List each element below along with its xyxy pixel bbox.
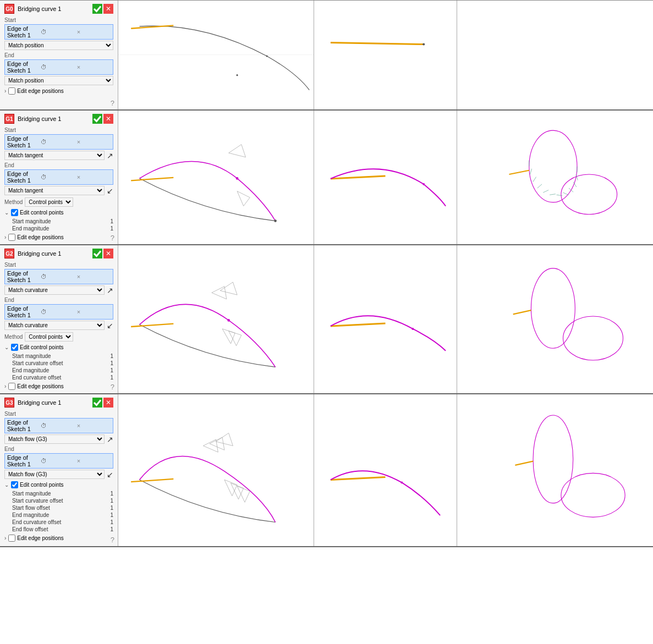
help-icon[interactable]: ?: [111, 536, 114, 544]
help-icon[interactable]: ?: [111, 234, 114, 242]
end-edge-value: Edge of Sketch 1: [7, 60, 41, 74]
svg-line-15: [543, 190, 548, 193]
end-edge-group: EndEdge of Sketch 1⏱×Match tangent↙: [4, 162, 113, 195]
cancel-button[interactable]: ✕: [103, 114, 113, 124]
end-clock-icon[interactable]: ⏱: [41, 174, 74, 180]
magnitude-label: Start flow offset: [12, 505, 102, 511]
cancel-button[interactable]: ✕: [103, 398, 113, 408]
end-match-select[interactable]: Match flow (G3): [4, 470, 105, 479]
end-match-select[interactable]: Match position: [4, 76, 113, 85]
magnitude-value: 1: [102, 225, 113, 232]
end-match-select[interactable]: Match curvature: [4, 321, 105, 330]
end-clear-button[interactable]: ×: [77, 458, 111, 464]
start-match-select[interactable]: Match flow (G3): [4, 434, 105, 444]
end-clear-button[interactable]: ×: [77, 174, 111, 180]
edit-edge-label[interactable]: Edit edge positions: [8, 234, 64, 241]
edit-edge-checkbox[interactable]: [8, 234, 15, 241]
start-tangent-icon: ↗: [107, 151, 113, 160]
edit-edge-label[interactable]: Edit edge positions: [8, 535, 64, 542]
end-clear-button[interactable]: ×: [77, 64, 111, 70]
row-g0: G0Bridging curve 1✕StartEdge of Sketch 1…: [0, 1, 653, 111]
help-icon[interactable]: ?: [111, 383, 114, 391]
edit-control-row: ⌄Edit control points: [4, 344, 113, 351]
edit-control-checkbox[interactable]: [11, 481, 18, 488]
magnitude-row: Start magnitude1: [4, 491, 113, 497]
magnitude-label: Start magnitude: [12, 491, 102, 497]
edit-edge-checkbox[interactable]: [8, 535, 15, 542]
start-clear-button[interactable]: ×: [77, 29, 111, 35]
edge-expand-icon[interactable]: ›: [4, 383, 6, 389]
edit-edge-checkbox[interactable]: [8, 87, 15, 95]
edit-edge-checkbox[interactable]: [8, 383, 15, 390]
edit-control-row: ⌄Edit control points: [4, 209, 113, 216]
row-g2: G2Bridging curve 1✕StartEdge of Sketch 1…: [0, 245, 653, 394]
edit-control-label[interactable]: Edit control points: [11, 344, 64, 351]
cancel-button[interactable]: ✕: [103, 4, 113, 14]
start-edge-group: StartEdge of Sketch 1⏱×Match flow (G3)↗: [4, 411, 113, 444]
start-edge-input[interactable]: Edge of Sketch 1⏱×: [4, 269, 113, 284]
canvas-left-3: [118, 394, 314, 546]
edge-expand-icon[interactable]: ›: [4, 234, 6, 240]
svg-line-12: [530, 169, 532, 174]
edit-edge-row: ›Edit edge positions: [4, 535, 113, 542]
confirm-button[interactable]: [92, 114, 102, 124]
start-match-row: Match position: [4, 41, 113, 50]
confirm-button[interactable]: [92, 398, 102, 408]
end-clock-icon[interactable]: ⏱: [41, 458, 74, 464]
end-edge-input[interactable]: Edge of Sketch 1⏱×: [4, 169, 113, 185]
magnitude-value: 1: [102, 526, 113, 532]
edit-control-checkbox[interactable]: [11, 344, 18, 351]
end-clock-icon[interactable]: ⏱: [41, 64, 74, 70]
panel-header: G2Bridging curve 1✕: [4, 249, 113, 258]
start-clock-icon[interactable]: ⏱: [41, 273, 74, 280]
start-edge-input[interactable]: Edge of Sketch 1⏱×: [4, 24, 113, 40]
start-match-select[interactable]: Match tangent: [4, 151, 105, 160]
edit-control-label[interactable]: Edit control points: [11, 209, 64, 216]
edit-control-row: ⌄Edit control points: [4, 481, 113, 488]
help-icon[interactable]: ?: [111, 99, 114, 107]
panel-title: Bridging curve 1: [18, 5, 90, 12]
start-label: Start: [4, 262, 113, 268]
svg-marker-4: [229, 145, 246, 157]
end-match-row: Match tangent↙: [4, 186, 113, 195]
confirm-button[interactable]: [92, 4, 102, 14]
start-match-select[interactable]: Match position: [4, 41, 113, 50]
canvas-mid-3: [314, 394, 457, 546]
edge-expand-icon[interactable]: ›: [4, 88, 6, 94]
start-clock-icon[interactable]: ⏱: [41, 422, 74, 429]
end-edge-input[interactable]: Edge of Sketch 1⏱×: [4, 453, 113, 469]
end-edge-input[interactable]: Edge of Sketch 1⏱×: [4, 59, 113, 75]
cancel-button[interactable]: ✕: [103, 249, 113, 258]
badge-g0: G0: [4, 4, 14, 14]
svg-marker-33: [203, 439, 218, 452]
start-clear-button[interactable]: ×: [77, 422, 111, 429]
expand-icon[interactable]: ⌄: [4, 482, 9, 488]
svg-point-7: [274, 219, 277, 222]
end-match-select[interactable]: Match tangent: [4, 186, 105, 195]
start-edge-input[interactable]: Edge of Sketch 1⏱×: [4, 418, 113, 433]
start-clock-icon[interactable]: ⏱: [41, 29, 74, 35]
start-clear-button[interactable]: ×: [77, 139, 111, 145]
start-clock-icon[interactable]: ⏱: [41, 139, 74, 145]
start-clear-button[interactable]: ×: [77, 273, 111, 280]
end-clock-icon[interactable]: ⏱: [41, 309, 74, 315]
end-edge-value: Edge of Sketch 1: [7, 305, 41, 318]
start-match-select[interactable]: Match curvature: [4, 285, 105, 295]
end-clear-button[interactable]: ×: [77, 309, 111, 315]
confirm-button[interactable]: [92, 249, 102, 258]
start-edge-input[interactable]: Edge of Sketch 1⏱×: [4, 134, 113, 150]
method-select[interactable]: Control points: [25, 197, 73, 207]
svg-line-17: [557, 195, 563, 196]
edit-edge-label[interactable]: Edit edge positions: [8, 383, 64, 390]
start-edge-value: Edge of Sketch 1: [7, 135, 41, 148]
expand-icon[interactable]: ⌄: [4, 344, 9, 350]
edge-expand-icon[interactable]: ›: [4, 535, 6, 541]
end-label: End: [4, 446, 113, 452]
edit-control-checkbox[interactable]: [11, 209, 18, 216]
method-row: MethodControl points: [4, 332, 113, 342]
method-select[interactable]: Control points: [25, 332, 73, 342]
end-edge-input[interactable]: Edge of Sketch 1⏱×: [4, 304, 113, 320]
expand-icon[interactable]: ⌄: [4, 210, 9, 216]
edit-control-label[interactable]: Edit control points: [11, 481, 64, 488]
edit-edge-label[interactable]: Edit edge positions: [8, 87, 64, 95]
